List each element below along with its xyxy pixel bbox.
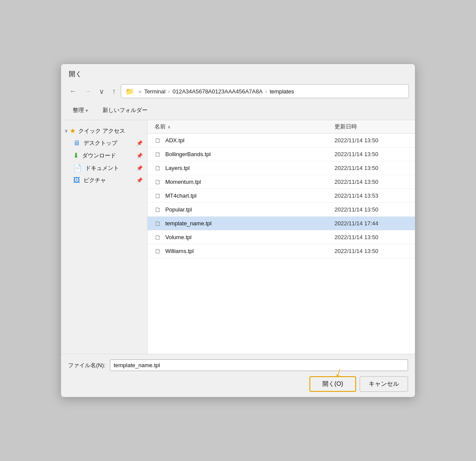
breadcrumb-hash[interactable]: 012A34A5678A0123AAA456A7A8A xyxy=(173,88,263,95)
file-name: Layers.tpl xyxy=(165,165,334,171)
breadcrumb-arrow-2: › xyxy=(265,88,267,95)
file-icon: 🗋 xyxy=(154,150,161,158)
file-name: Volume.tpl xyxy=(165,234,334,240)
document-icon: 📄 xyxy=(73,164,82,172)
file-row[interactable]: 🗋Volume.tpl2022/11/14 13:50 xyxy=(148,230,415,244)
file-date: 2022/11/14 13:50 xyxy=(334,179,408,185)
organize-button[interactable]: 整理 ▾ xyxy=(68,104,93,116)
sidebar: ∨ ★ クイック アクセス 🖥 デスクトップ 📌 ⬇ ダウンロード 📌 📄 ドキ… xyxy=(61,120,148,354)
open-button[interactable]: 開く(O) xyxy=(309,376,356,392)
file-date: 2022/11/14 13:50 xyxy=(334,206,408,213)
file-name: BollingerBands.tpl xyxy=(165,151,334,157)
file-list-area: 名前 ∧ 更新日時 🗋ADX.tpl2022/11/14 13:50🗋Bolli… xyxy=(148,120,415,354)
buttons-row: ↓ 開く(O) キャンセル xyxy=(68,376,408,392)
download-pin-icon: 📌 xyxy=(136,153,143,159)
file-row[interactable]: 🗋template_name.tpl2022/11/14 17:44 xyxy=(148,217,415,230)
organize-dropdown-icon: ▾ xyxy=(86,108,88,113)
breadcrumb-bar[interactable]: 📁 « Terminal › 012A34A5678A0123AAA456A7A… xyxy=(121,84,409,98)
breadcrumb-sep-1: « xyxy=(138,88,142,95)
sidebar-item-picture[interactable]: 🖼 ピクチャ 📌 xyxy=(61,174,147,186)
quick-access-header[interactable]: ∨ ★ クイック アクセス xyxy=(61,125,147,137)
back-button[interactable]: ← xyxy=(67,86,79,97)
filename-row: ファイル名(N): xyxy=(68,359,408,371)
bottom-bar: ファイル名(N): ↓ 開く(O) キャンセル xyxy=(61,354,415,397)
file-name: Williams.tpl xyxy=(165,248,334,254)
open-dialog: 開く ← → ∨ ↑ 📁 « Terminal › 012A34A5678A01… xyxy=(61,64,415,397)
col-date-header[interactable]: 更新日時 xyxy=(334,123,408,131)
col-name-header[interactable]: 名前 ∧ xyxy=(154,123,334,131)
cancel-button-label: キャンセル xyxy=(369,380,399,387)
forward-button[interactable]: → xyxy=(82,86,94,97)
file-row[interactable]: 🗋MT4chart.tpl2022/11/14 13:53 xyxy=(148,189,415,203)
quick-access-section: ∨ ★ クイック アクセス 🖥 デスクトップ 📌 ⬇ ダウンロード 📌 📄 ドキ… xyxy=(61,125,147,186)
desktop-icon: 🖥 xyxy=(73,139,80,147)
picture-pin-icon: 📌 xyxy=(136,177,143,183)
file-name: ADX.tpl xyxy=(165,137,334,144)
file-date: 2022/11/14 17:44 xyxy=(334,220,408,227)
breadcrumb-terminal[interactable]: Terminal xyxy=(144,88,165,95)
file-date: 2022/11/14 13:53 xyxy=(334,192,408,199)
file-row[interactable]: 🗋Williams.tpl2022/11/14 13:50 xyxy=(148,244,415,258)
file-row[interactable]: 🗋ADX.tpl2022/11/14 13:50 xyxy=(148,134,415,147)
open-button-label: 開く(O) xyxy=(322,380,343,387)
document-label: ドキュメント xyxy=(85,164,133,172)
file-date: 2022/11/14 13:50 xyxy=(334,151,408,157)
file-icon: 🗋 xyxy=(154,178,161,186)
up-button[interactable]: ↑ xyxy=(109,86,118,97)
title-bar: 開く xyxy=(61,64,415,82)
sidebar-item-download[interactable]: ⬇ ダウンロード 📌 xyxy=(61,149,147,162)
picture-label: ピクチャ xyxy=(84,176,133,184)
file-list-header: 名前 ∧ 更新日時 xyxy=(148,120,415,134)
quick-access-chevron: ∨ xyxy=(64,128,68,134)
quick-access-label: クイック アクセス xyxy=(78,127,125,135)
file-date: 2022/11/14 13:50 xyxy=(334,248,408,254)
file-icon: 🗋 xyxy=(154,206,161,213)
download-icon: ⬇ xyxy=(73,151,79,160)
file-row[interactable]: 🗋BollingerBands.tpl2022/11/14 13:50 xyxy=(148,147,415,161)
nav-bar: ← → ∨ ↑ 📁 « Terminal › 012A34A5678A0123A… xyxy=(61,82,415,101)
file-icon: 🗋 xyxy=(154,247,161,255)
file-date: 2022/11/14 13:50 xyxy=(334,165,408,171)
main-content: ∨ ★ クイック アクセス 🖥 デスクトップ 📌 ⬇ ダウンロード 📌 📄 ドキ… xyxy=(61,120,415,354)
file-name: MT4chart.tpl xyxy=(165,192,334,199)
document-pin-icon: 📌 xyxy=(136,165,143,171)
picture-icon: 🖼 xyxy=(73,176,80,184)
download-label: ダウンロード xyxy=(82,152,133,160)
file-icon: 🗋 xyxy=(154,137,161,144)
desktop-label: デスクトップ xyxy=(84,139,133,147)
dialog-title: 開く xyxy=(69,70,82,77)
new-folder-label: 新しいフォルダー xyxy=(103,106,148,114)
file-rows-container: 🗋ADX.tpl2022/11/14 13:50🗋BollingerBands.… xyxy=(148,134,415,258)
file-name: Momentum.tpl xyxy=(165,179,334,185)
file-row[interactable]: 🗋Layers.tpl2022/11/14 13:50 xyxy=(148,161,415,175)
sidebar-item-desktop[interactable]: 🖥 デスクトップ 📌 xyxy=(61,137,147,149)
file-name: template_name.tpl xyxy=(165,220,334,227)
new-folder-button[interactable]: 新しいフォルダー xyxy=(98,104,152,116)
file-icon: 🗋 xyxy=(154,234,161,241)
col-name-label: 名前 xyxy=(154,123,166,131)
file-row[interactable]: 🗋Momentum.tpl2022/11/14 13:50 xyxy=(148,175,415,189)
file-icon: 🗋 xyxy=(154,220,161,227)
sidebar-item-document[interactable]: 📄 ドキュメント 📌 xyxy=(61,162,147,174)
folder-icon: 📁 xyxy=(125,87,134,96)
dropdown-button[interactable]: ∨ xyxy=(96,86,107,97)
file-icon: 🗋 xyxy=(154,164,161,172)
sort-icon: ∧ xyxy=(167,125,170,129)
desktop-pin-icon: 📌 xyxy=(136,140,143,146)
file-icon: 🗋 xyxy=(154,192,161,199)
toolbar: 整理 ▾ 新しいフォルダー xyxy=(61,101,415,120)
file-date: 2022/11/14 13:50 xyxy=(334,137,408,144)
quick-access-star-icon: ★ xyxy=(70,127,76,135)
filename-label: ファイル名(N): xyxy=(68,362,106,369)
cancel-button[interactable]: キャンセル xyxy=(360,376,408,392)
breadcrumb-templates[interactable]: templates xyxy=(270,88,294,95)
file-name: Popular.tpl xyxy=(165,206,334,213)
breadcrumb-arrow-1: › xyxy=(168,88,170,95)
file-date: 2022/11/14 13:50 xyxy=(334,234,408,240)
filename-input[interactable] xyxy=(110,359,408,371)
organize-label: 整理 xyxy=(73,106,84,114)
file-row[interactable]: 🗋Popular.tpl2022/11/14 13:50 xyxy=(148,203,415,217)
